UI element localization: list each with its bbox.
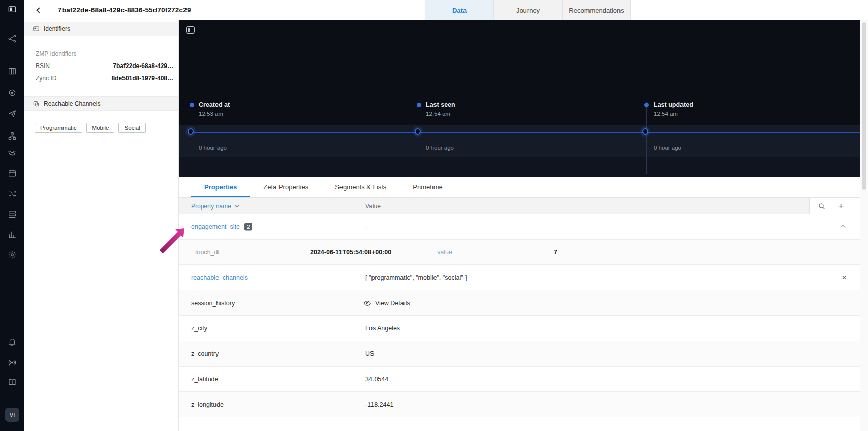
property-name-text: z_city [191, 325, 207, 332]
tab-primetime[interactable]: Primetime [399, 177, 456, 197]
table-row-reachable_channels: reachable_channels [ "programmatic", "mo… [179, 265, 860, 290]
notifications-bell-icon[interactable] [6, 336, 18, 348]
identifiers-panel: Identifiers ZMP Identifiers BSIN 7baf22d… [24, 20, 179, 431]
org-chart-icon[interactable] [6, 130, 18, 142]
subproperty-name: touch_dt [195, 249, 220, 256]
journeys-icon[interactable] [6, 32, 18, 45]
tab-properties[interactable]: Properties [191, 177, 250, 197]
timeline-guide-line [646, 102, 647, 174]
app-logo-icon[interactable] [6, 3, 18, 15]
tab-journey[interactable]: Journey [493, 0, 562, 20]
identifier-label: Zync ID [36, 75, 56, 82]
audiences-target-icon[interactable] [6, 87, 18, 99]
timeline-event-time: 12:54 am [426, 111, 450, 117]
campaigns-send-icon[interactable] [6, 108, 18, 120]
reachable-channels-section-header[interactable]: Reachable Channels [24, 96, 178, 111]
partners-handshake-icon[interactable] [6, 147, 18, 159]
detail-tab-bar: Properties Zeta Properties Segments & Li… [179, 177, 860, 198]
table-row-z_longitude: z_longitude -118.2441 [179, 392, 860, 417]
subproperty-count: 7 [554, 249, 557, 256]
left-icon-rail: VI [0, 0, 24, 431]
identifier-value: 7baf22de-68a8-429… [113, 62, 173, 70]
timeline-event-ago: 0 hour ago [199, 145, 227, 151]
property-name-text: engagement_site [191, 223, 240, 230]
count-badge: 2 [244, 223, 253, 230]
timeline-event-ago: 0 hour ago [654, 145, 681, 151]
top-tab-bar: Data Journey Recommendations [425, 0, 631, 20]
timeline-event-time: 12:54 am [654, 111, 678, 117]
table-header-main: Property name Value [179, 198, 809, 214]
timeline-dot-icon [644, 103, 649, 107]
chevron-left-icon [36, 7, 42, 13]
channel-chip-mobile[interactable]: Mobile [86, 123, 115, 133]
property-name-text: z_country [191, 350, 219, 357]
tab-recommendations[interactable]: Recommendations [562, 0, 631, 20]
timeline-dot-icon [190, 103, 194, 107]
collapse-row-icon[interactable] [841, 225, 846, 230]
identifier-value: 8de501d8-1979-408… [112, 75, 173, 82]
timeline-guide-line [419, 102, 419, 174]
timeline-node-icon[interactable] [188, 128, 194, 135]
timeline-event-time: 12:53 am [199, 111, 223, 117]
vertical-scrollbar[interactable] [860, 20, 868, 431]
flows-split-icon[interactable] [6, 188, 18, 200]
page-title: 7baf22de-68a8-429c-8836-55d70f272c29 [58, 6, 191, 14]
add-property-button[interactable]: + [838, 201, 844, 211]
property-value: - [365, 223, 367, 230]
timeline-node-icon[interactable] [642, 128, 648, 135]
dashboards-icon[interactable] [6, 65, 18, 77]
timeline-event-title: Last updated [654, 101, 693, 108]
timeline-dot-icon [417, 103, 421, 107]
sort-by-property-name[interactable]: Property name [191, 203, 238, 210]
back-button[interactable] [33, 5, 44, 16]
timeline-axis-line [192, 132, 860, 133]
table-subrow-touch_dt: touch_dt 2024-06-11T05:54:08+00:00 value… [179, 240, 860, 265]
user-avatar[interactable]: VI [5, 408, 19, 422]
property-name-link[interactable]: engagement_site2 [191, 223, 252, 230]
identifiers-section-title: Identifiers [44, 25, 70, 32]
activity-timeline: Created at 12:53 am 0 hour ago Last seen… [179, 20, 860, 177]
property-value: 34.0544 [365, 376, 388, 383]
identifiers-section-header[interactable]: Identifiers [24, 22, 178, 36]
eye-icon [363, 299, 371, 307]
timeline-event-title: Last seen [426, 101, 455, 108]
top-bar: 7baf22de-68a8-429c-8836-55d70f272c29 Dat… [24, 0, 868, 20]
property-value: US [365, 350, 374, 357]
profile-page: VI 7baf22de-68a8-429c-8836-55d70f272c29 … [0, 0, 868, 431]
timeline-band [179, 125, 860, 157]
view-details-button[interactable]: View Details [363, 299, 410, 307]
tab-data[interactable]: Data [425, 0, 493, 20]
broadcast-icon[interactable] [6, 356, 18, 368]
timeline-event-title: Created at [199, 101, 230, 108]
reachable-channels-section-title: Reachable Channels [44, 100, 100, 107]
identifier-label: BSIN [36, 62, 50, 70]
docs-book-icon[interactable] [6, 376, 18, 388]
table-row-z_city: z_city Los Angeles [179, 316, 860, 341]
table-row-partial [179, 417, 860, 431]
table-row-z_country: z_country US [179, 341, 860, 367]
timeline-node-icon[interactable] [415, 128, 421, 135]
reports-chart-icon[interactable] [6, 228, 18, 241]
properties-table-header: Property name Value + [179, 198, 860, 214]
settings-gear-icon[interactable] [6, 249, 18, 261]
identifier-row: BSIN 7baf22de-68a8-429… [36, 62, 173, 70]
zmp-identifiers-label: ZMP Identifiers [36, 50, 178, 57]
channel-chip-programmatic[interactable]: Programmatic [35, 123, 82, 133]
property-name-text: z_longitude [191, 401, 224, 408]
collapse-panel-icon[interactable] [186, 26, 195, 34]
property-value: Los Angeles [365, 325, 400, 332]
property-name-text: z_latitude [191, 376, 219, 383]
table-row-session_history: session_history View Details [179, 290, 860, 316]
tab-zeta-properties[interactable]: Zeta Properties [250, 177, 322, 197]
properties-table: engagement_site2 - touch_dt 2024-06-11T0… [179, 214, 860, 431]
property-name-link[interactable]: reachable_channels [191, 274, 248, 281]
calendar-icon[interactable] [6, 167, 18, 179]
search-icon[interactable] [818, 202, 826, 210]
data-stack-icon[interactable] [6, 208, 18, 220]
timeline-event-ago: 0 hour ago [426, 145, 454, 151]
tab-segments-lists[interactable]: Segments & Lists [322, 177, 399, 197]
channel-chip-social[interactable]: Social [118, 123, 145, 133]
scrollbar-thumb[interactable] [862, 22, 866, 190]
remove-row-icon[interactable]: ✕ [842, 274, 847, 281]
channels-icon [33, 100, 40, 107]
